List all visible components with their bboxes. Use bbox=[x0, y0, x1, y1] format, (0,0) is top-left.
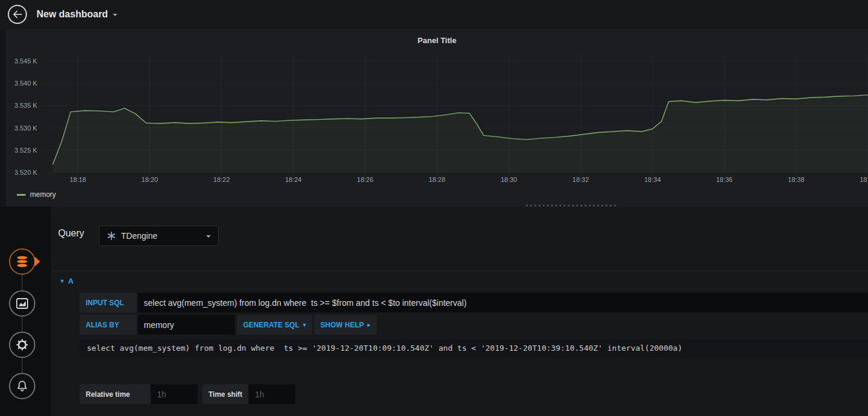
chevron-down-icon bbox=[113, 14, 117, 19]
svg-text:18:38: 18:38 bbox=[788, 176, 805, 183]
svg-text:3.520 K: 3.520 K bbox=[14, 169, 38, 176]
panel-title[interactable]: Panel Title bbox=[6, 36, 868, 45]
input-sql-row: INPUT SQL bbox=[80, 293, 868, 312]
svg-text:18:40: 18:40 bbox=[860, 176, 868, 183]
generated-sql-text: select avg(mem_system) from log.dn where… bbox=[80, 339, 868, 357]
svg-text:18:30: 18:30 bbox=[501, 176, 518, 183]
timeseries-plot[interactable]: 3.520 K3.525 K3.530 K3.535 K3.540 K3.545… bbox=[6, 53, 868, 192]
svg-text:3.525 K: 3.525 K bbox=[14, 147, 38, 154]
sidebar-item-alert[interactable] bbox=[9, 373, 35, 399]
dashboard-title: New dashboard bbox=[37, 9, 108, 20]
chevron-right-icon: ▸ bbox=[368, 321, 371, 328]
active-tab-arrow-icon bbox=[35, 257, 40, 266]
editor-sidebar bbox=[0, 207, 51, 416]
legend-series-label: memory bbox=[30, 190, 56, 199]
query-editor: Query TDengine ▾ A INPUT SQL ALIAS BY GE… bbox=[51, 207, 868, 416]
time-shift-label: Time shift bbox=[202, 384, 248, 404]
alias-by-label: ALIAS BY bbox=[80, 315, 137, 335]
chart-panel: Panel Title 3.520 K3.525 K3.530 K3.535 K… bbox=[6, 29, 868, 207]
svg-text:18:32: 18:32 bbox=[573, 176, 589, 183]
legend-item-memory[interactable]: memory bbox=[17, 190, 56, 199]
query-row-collapse[interactable]: ▾ A bbox=[51, 271, 868, 290]
sidebar-item-visualization[interactable] bbox=[9, 290, 35, 317]
tdengine-logo-icon bbox=[107, 231, 116, 241]
sidebar-connector-line bbox=[22, 262, 23, 386]
input-sql-field[interactable] bbox=[138, 293, 868, 312]
graph-icon bbox=[15, 296, 29, 311]
alias-row: ALIAS BY GENERATE SQL ▾ SHOW HELP ▸ bbox=[80, 315, 377, 335]
sidebar-item-queries[interactable] bbox=[9, 248, 35, 275]
database-icon bbox=[14, 254, 30, 269]
input-sql-label: INPUT SQL bbox=[80, 293, 137, 312]
gear-icon bbox=[15, 338, 29, 352]
time-options-row: Relative time Time shift bbox=[80, 384, 295, 404]
generate-sql-button[interactable]: GENERATE SQL ▾ bbox=[237, 315, 312, 335]
datasource-name: TDengine bbox=[121, 231, 158, 241]
svg-text:18:20: 18:20 bbox=[141, 176, 158, 183]
alias-by-field[interactable] bbox=[138, 315, 235, 335]
chevron-down-icon bbox=[206, 235, 211, 240]
arrow-left-icon bbox=[12, 9, 23, 20]
dashboard-title-dropdown[interactable]: New dashboard bbox=[37, 9, 117, 20]
datasource-picker[interactable]: TDengine bbox=[99, 226, 219, 246]
show-help-button[interactable]: SHOW HELP ▸ bbox=[314, 315, 377, 335]
svg-text:3.535 K: 3.535 K bbox=[14, 102, 38, 109]
chevron-down-icon: ▾ bbox=[303, 321, 306, 328]
svg-text:18:22: 18:22 bbox=[213, 176, 230, 183]
back-button[interactable] bbox=[8, 5, 27, 24]
svg-text:18:26: 18:26 bbox=[357, 176, 374, 183]
top-header: New dashboard bbox=[0, 0, 868, 29]
svg-text:18:28: 18:28 bbox=[429, 176, 446, 183]
svg-text:3.530 K: 3.530 K bbox=[14, 125, 38, 132]
svg-text:18:34: 18:34 bbox=[644, 176, 661, 183]
bell-icon bbox=[15, 379, 29, 393]
relative-time-field[interactable] bbox=[151, 384, 198, 404]
collapse-caret-icon: ▾ bbox=[61, 277, 64, 285]
legend-series-marker bbox=[17, 194, 26, 196]
relative-time-label: Relative time bbox=[80, 384, 150, 404]
time-shift-field[interactable] bbox=[249, 384, 295, 404]
svg-text:3.545 K: 3.545 K bbox=[14, 57, 38, 65]
query-ref-letter: A bbox=[68, 277, 74, 286]
svg-text:18:36: 18:36 bbox=[716, 176, 733, 183]
svg-text:3.540 K: 3.540 K bbox=[14, 80, 38, 87]
svg-text:18:18: 18:18 bbox=[69, 176, 86, 183]
svg-text:18:24: 18:24 bbox=[285, 176, 302, 183]
sidebar-item-general[interactable] bbox=[9, 332, 35, 358]
query-section-title: Query bbox=[58, 228, 84, 239]
